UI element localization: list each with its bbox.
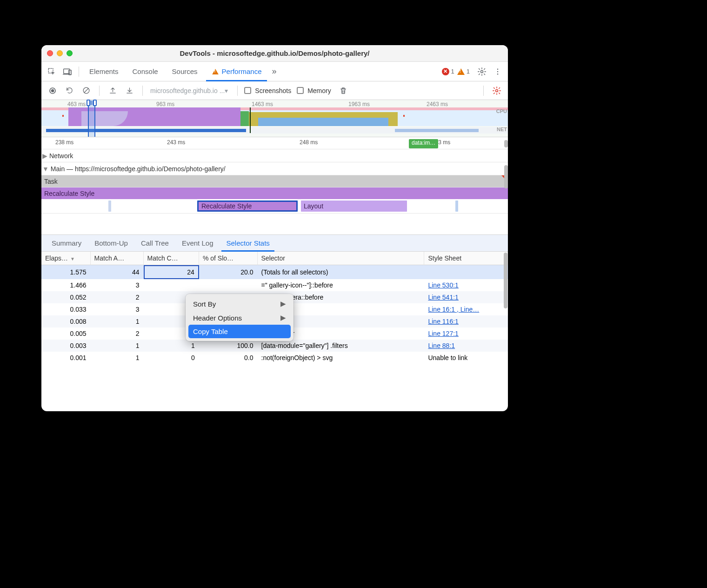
task-bar[interactable]: Task (41, 175, 508, 187)
tab-selector-stats[interactable]: Selector Stats (220, 235, 276, 251)
scrollbar-thumb[interactable] (504, 165, 508, 188)
minimize-window-button[interactable] (57, 50, 63, 56)
tab-event-log[interactable]: Event Log (175, 235, 220, 251)
cell: 0.008 (41, 315, 91, 327)
tab-label: Sources (172, 67, 198, 75)
header-label: Selector (261, 254, 285, 262)
stylesheet-link[interactable]: Line 88:1 (428, 342, 455, 349)
zoom-window-button[interactable] (67, 50, 73, 56)
cell: 0.052 (41, 291, 91, 303)
stylesheet-link[interactable]: Line 16:1 , Line… (428, 306, 479, 313)
collapse-arrow-icon: ▼ (42, 165, 49, 173)
submenu-arrow-icon: ▶ (280, 314, 286, 322)
tick-label: 2463 ms (427, 101, 448, 107)
header-label: Elaps… (45, 254, 68, 262)
tab-sources[interactable]: Sources (166, 62, 204, 81)
ruler-label: 238 ms (55, 139, 73, 146)
main-track-header[interactable]: ▼ Main — https://microsoftedge.github.io… (41, 162, 508, 175)
track-label: Network (49, 152, 73, 160)
cell (199, 279, 258, 291)
cell: 0.033 (41, 303, 91, 315)
download-profile-button[interactable] (123, 84, 136, 97)
warning-icon (212, 69, 219, 74)
cell: 3 (91, 279, 144, 291)
window-title: DevTools - microsoftedge.github.io/Demos… (41, 49, 508, 57)
recalculate-style-bar[interactable]: Recalculate Style (41, 187, 508, 200)
divider (79, 67, 79, 77)
stylesheet-link[interactable]: Line 127:1 (428, 330, 458, 337)
tab-label: Console (133, 67, 158, 75)
screenshots-checkbox[interactable] (244, 87, 251, 94)
scrollbar-thumb[interactable] (504, 140, 508, 147)
cell: Line 16:1 , Line… (424, 303, 508, 315)
capture-settings-button[interactable] (490, 84, 503, 97)
tab-label: Bottom-Up (94, 239, 128, 247)
stylesheet-link[interactable]: Line 116:1 (428, 318, 458, 325)
scrollbar-thumb[interactable] (504, 253, 507, 308)
cell: 0.0 (199, 352, 258, 364)
upload-profile-button[interactable] (106, 84, 119, 97)
cell: Unable to link (424, 352, 508, 364)
warning-count[interactable]: 1 (457, 68, 470, 75)
overview-selection[interactable] (88, 100, 95, 137)
column-header-percent-slow[interactable]: % of Slo… (199, 252, 258, 265)
column-header-match-count[interactable]: Match C… (144, 252, 199, 265)
network-entry[interactable]: data:im… (409, 139, 438, 148)
clear-button[interactable] (80, 84, 93, 97)
table-row[interactable]: 0.001100.0:not(foreignObject) > svgUnabl… (41, 352, 508, 364)
flame-chart[interactable]: 238 ms 243 ms 248 ms 253 ms ▶ Network da… (41, 137, 508, 235)
record-button[interactable] (46, 84, 59, 97)
device-toolbar-button[interactable] (60, 64, 75, 79)
close-window-button[interactable] (47, 50, 53, 56)
reload-record-button[interactable] (63, 84, 76, 97)
tab-bottom-up[interactable]: Bottom-Up (88, 235, 134, 251)
settings-button[interactable] (474, 64, 489, 79)
cell: 0 (144, 352, 199, 364)
table-row[interactable]: 1.575442420.0(Totals for all selectors) (41, 265, 508, 279)
ctx-header-options[interactable]: Header Options ▶ (188, 311, 291, 325)
flame-row: Recalculate Style Layout (41, 200, 508, 214)
column-header-selector[interactable]: Selector (258, 252, 425, 265)
tab-performance[interactable]: Performance (205, 62, 268, 81)
memory-checkbox[interactable] (297, 87, 304, 94)
layout-bar[interactable]: Layout (301, 200, 407, 212)
cell: 24 (144, 265, 199, 279)
more-button[interactable] (490, 64, 505, 79)
table-row[interactable]: 1.4663=" gallery-icon--"]::beforeLine 53… (41, 279, 508, 291)
column-header-match-attempts[interactable]: Match A… (91, 252, 144, 265)
tab-label: Call Tree (141, 239, 169, 247)
column-header-elapsed[interactable]: Elaps… (41, 252, 91, 265)
tab-label: Selector Stats (226, 239, 269, 247)
divider (99, 86, 100, 96)
garbage-collect-button[interactable] (337, 84, 350, 97)
svg-point-5 (497, 71, 498, 72)
tabs-overflow-button[interactable]: » (269, 62, 279, 81)
inspect-element-button[interactable] (44, 64, 59, 79)
timeline-overview[interactable]: 463 ms 963 ms 1463 ms 1963 ms 2463 ms CP… (41, 100, 508, 137)
flame-bar[interactable] (108, 200, 111, 212)
stylesheet-link[interactable]: Line 530:1 (428, 281, 458, 289)
cell: 1.466 (41, 279, 91, 291)
traffic-lights (47, 50, 73, 56)
profile-selector[interactable]: microsoftedge.github.io ...▾ (149, 87, 231, 94)
svg-point-8 (52, 89, 54, 92)
table-header-row: Elaps… Match A… Match C… % of Slo… Selec… (41, 252, 508, 265)
tab-console[interactable]: Console (126, 62, 165, 81)
network-track-header[interactable]: ▶ Network data:im… (41, 149, 508, 162)
tab-label: Event Log (182, 239, 213, 247)
column-header-style-sheet[interactable]: Style Sheet (424, 252, 508, 265)
flame-bar[interactable] (455, 200, 458, 212)
cell: Line 541:1 (424, 291, 508, 303)
recalculate-style-bar-selected[interactable]: Recalculate Style (197, 200, 298, 212)
tab-call-tree[interactable]: Call Tree (134, 235, 175, 251)
error-count[interactable]: ✕ 1 (442, 68, 454, 75)
tab-elements[interactable]: Elements (83, 62, 125, 81)
ctx-copy-table[interactable]: Copy Table (188, 325, 291, 338)
tick-label: 1463 ms (252, 101, 273, 107)
ctx-sort-by[interactable]: Sort By ▶ (188, 297, 291, 311)
bar-label: Recalculate Style (44, 190, 94, 197)
overview-ticks: 463 ms 963 ms 1463 ms 1963 ms 2463 ms (41, 101, 508, 107)
table-row[interactable]: 0.00311100.0[data-module="gallery"] .fil… (41, 340, 508, 352)
tab-summary[interactable]: Summary (45, 235, 88, 251)
stylesheet-link[interactable]: Line 541:1 (428, 294, 458, 301)
